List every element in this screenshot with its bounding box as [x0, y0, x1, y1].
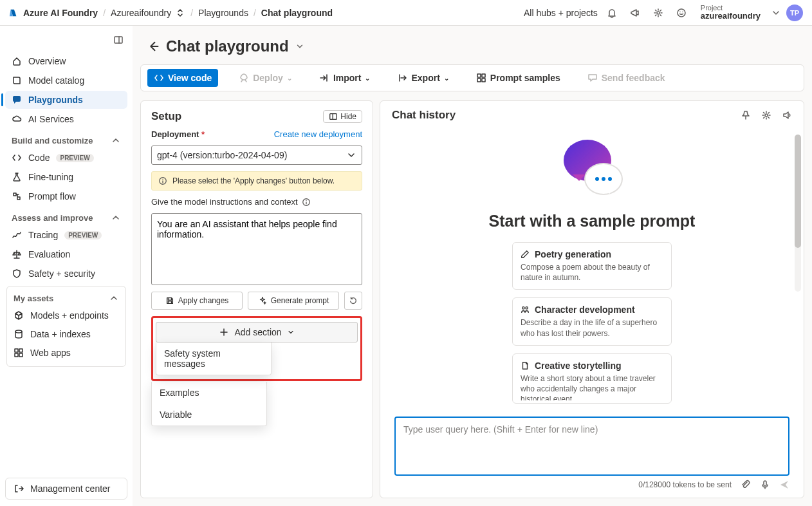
sidebar-item-playgrounds[interactable]: Playgrounds — [5, 91, 127, 109]
scrollbar[interactable] — [795, 135, 801, 292]
send-icon[interactable] — [779, 480, 789, 490]
sidebar-item-overview[interactable]: Overview — [5, 52, 127, 70]
svg-rect-7 — [19, 353, 23, 357]
reset-button[interactable] — [344, 292, 362, 310]
mic-icon[interactable] — [760, 480, 770, 490]
hide-button[interactable]: Hide — [323, 110, 362, 123]
deployment-select[interactable]: gpt-4 (version:turbo-2024-04-09) — [151, 145, 362, 165]
sidebar-item-label: Overview — [28, 56, 66, 66]
deploy-button: Deploy⌄ — [232, 69, 299, 87]
project-value: azureaifoundry — [701, 12, 761, 21]
sidebar-item-label: Data + indexes — [30, 329, 91, 339]
bell-icon[interactable] — [603, 4, 621, 22]
sidebar-item-label: Fine-tuning — [28, 172, 73, 182]
top-header: Azure AI Foundry / Azureaifoundry / Play… — [0, 0, 812, 26]
sidebar-item-label: Models + endpoints — [30, 310, 109, 321]
scale-icon — [12, 249, 22, 259]
sample-card-character[interactable]: Character development Describe a day in … — [512, 297, 672, 345]
megaphone-icon[interactable] — [626, 4, 644, 22]
pin-icon[interactable] — [741, 110, 751, 120]
sidebar-item-safety[interactable]: Safety + security — [5, 265, 127, 283]
attach-icon[interactable] — [741, 480, 751, 490]
menu-item-examples[interactable]: Examples — [152, 382, 266, 404]
project-selector[interactable]: Project azureaifoundry — [701, 4, 761, 21]
menu-item-variable[interactable]: Variable — [152, 404, 266, 426]
sidebar-item-models[interactable]: Models + endpoints — [7, 306, 125, 324]
sidebar-group-assets[interactable]: My assets — [7, 290, 125, 306]
gear-icon[interactable] — [761, 110, 771, 120]
apply-notice: Please select the 'Apply changes' button… — [151, 171, 362, 191]
hubs-link[interactable]: All hubs + projects — [524, 8, 598, 18]
import-icon — [319, 73, 329, 83]
svg-rect-11 — [482, 79, 485, 82]
add-section-highlight: Add section Safety system messages — [151, 316, 362, 381]
sidebar-item-label: Prompt flow — [28, 191, 76, 201]
sidebar-item-label: Playgrounds — [28, 95, 83, 105]
generate-prompt-button[interactable]: Generate prompt — [248, 292, 339, 310]
add-section-button[interactable]: Add section — [156, 322, 358, 342]
brand-label: Azure AI Foundry — [23, 8, 98, 18]
apply-changes-button[interactable]: Apply changes — [151, 292, 243, 310]
sidebar-item-label: Model catalog — [28, 75, 84, 86]
management-center-button[interactable]: Management center — [5, 478, 127, 500]
scrollbar-thumb[interactable] — [795, 135, 801, 248]
sidebar-item-data[interactable]: Data + indexes — [7, 325, 125, 343]
info-icon — [158, 176, 167, 185]
deployment-label: Deployment * — [151, 129, 205, 139]
back-icon[interactable] — [147, 40, 160, 53]
export-icon — [397, 73, 407, 83]
preview-badge: PREVIEW — [56, 154, 93, 162]
brand[interactable]: Azure AI Foundry — [9, 8, 98, 18]
chat-title: Chat history — [392, 109, 456, 122]
grid-icon — [14, 348, 24, 358]
sidebar-assets: My assets Models + endpoints Data + inde… — [6, 286, 126, 367]
sidebar-item-label: Safety + security — [28, 268, 95, 279]
panel-toggle-icon[interactable] — [113, 35, 124, 45]
gear-icon[interactable] — [649, 4, 667, 22]
speaker-icon[interactable] — [782, 110, 792, 120]
preview-badge: PREVIEW — [64, 231, 102, 239]
sidebar-item-label: Code — [28, 153, 50, 163]
feedback-icon — [587, 73, 598, 83]
code-icon — [154, 73, 164, 83]
smile-icon[interactable] — [672, 4, 690, 22]
chevron-down-icon — [346, 150, 356, 160]
sidebar-item-evaluation[interactable]: Evaluation — [5, 245, 127, 263]
sidebar-item-catalog[interactable]: Model catalog — [5, 71, 127, 89]
sample-cards: Poetry generation Compose a poem about t… — [512, 242, 672, 404]
sample-card-poetry[interactable]: Poetry generation Compose a poem about t… — [512, 242, 672, 290]
svg-rect-9 — [482, 74, 485, 77]
save-icon — [165, 296, 174, 305]
sidebar-item-finetuning[interactable]: Fine-tuning — [5, 168, 127, 186]
sidebar-group-assess[interactable]: Assess and improve — [5, 206, 127, 225]
system-message-input[interactable] — [151, 213, 362, 285]
setup-title: Setup — [151, 110, 181, 123]
people-icon — [521, 305, 530, 314]
avatar[interactable]: TP — [786, 5, 803, 21]
page-title: Chat playground — [140, 37, 804, 55]
create-deployment-link[interactable]: Create new deployment — [274, 129, 362, 139]
chevron-down-icon[interactable] — [771, 8, 781, 18]
shield-icon — [12, 268, 22, 279]
import-button[interactable]: Import⌄ — [313, 69, 377, 87]
svg-rect-10 — [477, 79, 481, 82]
sidebar-item-webapps[interactable]: Web apps — [7, 344, 125, 362]
sidebar-item-aiservices[interactable]: AI Services — [5, 110, 127, 128]
sidebar-item-promptflow[interactable]: Prompt flow — [5, 187, 127, 205]
chevron-up-icon — [109, 293, 119, 303]
breadcrumb-playgrounds[interactable]: Playgrounds — [198, 8, 248, 18]
view-code-button[interactable]: View code — [147, 69, 218, 87]
sidebar-group-build[interactable]: Build and customize — [5, 129, 127, 148]
svg-rect-8 — [477, 74, 481, 77]
sidebar-item-code[interactable]: Code PREVIEW — [5, 149, 127, 167]
chat-input[interactable]: Type user query here. (Shift + Enter for… — [394, 417, 789, 476]
prompt-samples-button[interactable]: Prompt samples — [470, 69, 567, 87]
sample-card-story[interactable]: Creative storytelling Write a short stor… — [512, 353, 672, 404]
chevron-down-icon[interactable] — [295, 42, 304, 51]
sidebar-item-tracing[interactable]: Tracing PREVIEW — [5, 226, 127, 244]
breadcrumb-project[interactable]: Azureaifoundry — [111, 8, 185, 18]
chevron-up-icon — [111, 212, 121, 223]
menu-item-safety[interactable]: Safety system messages — [156, 342, 271, 375]
undo-icon — [349, 296, 358, 305]
export-button[interactable]: Export⌄ — [391, 69, 455, 87]
